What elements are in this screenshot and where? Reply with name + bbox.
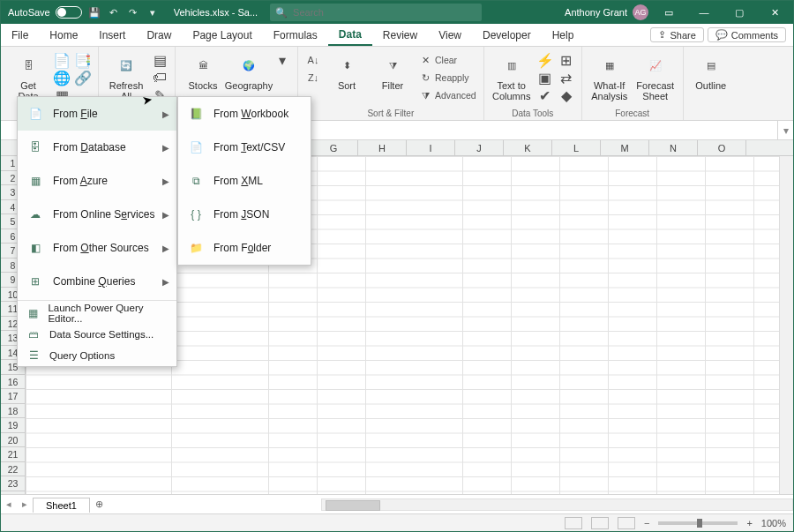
sheet-nav-prev[interactable]: ◂ bbox=[1, 498, 17, 510]
properties-icon[interactable]: 🏷 bbox=[152, 70, 168, 86]
data-type-more-icon[interactable]: ▾ bbox=[274, 52, 290, 68]
menu-item[interactable]: 📄From Text/CSV bbox=[178, 131, 311, 164]
stocks-button[interactable]: 🏛 Stocks bbox=[183, 49, 223, 91]
get-data-button[interactable]: 🗄 Get Data bbox=[8, 49, 49, 101]
whatif-button[interactable]: ▦ What-If Analysis bbox=[589, 49, 630, 101]
chevron-right-icon: ▶ bbox=[162, 244, 169, 253]
zoom-in-icon[interactable]: + bbox=[746, 518, 752, 528]
tab-insert[interactable]: Insert bbox=[88, 24, 136, 46]
clear-filter-button[interactable]: ✕Clear bbox=[418, 52, 476, 68]
reapply-button[interactable]: ↻Reapply bbox=[418, 70, 476, 86]
col-header[interactable]: K bbox=[504, 140, 552, 155]
menu-item[interactable]: 📁From Folder bbox=[178, 231, 311, 265]
menu-item[interactable]: ▦From Azure▶ bbox=[18, 164, 176, 198]
share-button[interactable]: ⇪Share bbox=[650, 27, 703, 42]
menu-item[interactable]: 🗃Data Source Settings... bbox=[18, 324, 176, 345]
col-header[interactable]: N bbox=[649, 140, 698, 155]
outline-button[interactable]: ▤ Outline bbox=[691, 49, 731, 91]
zoom-slider[interactable] bbox=[658, 521, 738, 525]
menu-item[interactable]: { }From JSON bbox=[178, 198, 311, 231]
comments-button[interactable]: 💬Comments bbox=[708, 27, 786, 42]
tab-home[interactable]: Home bbox=[39, 24, 88, 46]
forecast-sheet-button[interactable]: 📈 Forecast Sheet bbox=[635, 49, 676, 101]
col-header[interactable]: G bbox=[310, 140, 358, 155]
autosave-toggle[interactable] bbox=[56, 6, 82, 19]
row-header[interactable]: 20 bbox=[1, 433, 25, 448]
data-model-icon[interactable]: ◆ bbox=[558, 87, 574, 103]
tab-view[interactable]: View bbox=[428, 24, 472, 46]
flash-fill-icon[interactable]: ⚡ bbox=[537, 52, 553, 68]
ribbon-display-icon[interactable]: ▭ bbox=[654, 1, 684, 24]
col-header[interactable]: O bbox=[698, 140, 746, 155]
save-icon[interactable]: 💾 bbox=[87, 5, 101, 19]
user-account[interactable]: Anthony Grant AG bbox=[565, 4, 648, 20]
tab-developer[interactable]: Developer bbox=[472, 24, 542, 46]
maximize-icon[interactable]: ▢ bbox=[724, 1, 754, 24]
zoom-out-icon[interactable]: − bbox=[644, 518, 649, 528]
menu-item[interactable]: ▦Launch Power Query Editor... bbox=[18, 303, 176, 324]
menu-item[interactable]: ◧From Other Sources▶ bbox=[18, 231, 176, 265]
row-header[interactable]: 18 bbox=[1, 404, 25, 419]
menu-item[interactable]: ⊞Combine Queries▶ bbox=[18, 265, 176, 298]
tab-formulas[interactable]: Formulas bbox=[263, 24, 328, 46]
menu-item[interactable]: 📗From Workbook bbox=[178, 97, 311, 131]
search-input[interactable] bbox=[293, 7, 476, 18]
menu-item[interactable]: ☰Query Options bbox=[18, 345, 176, 366]
row-header[interactable]: 21 bbox=[1, 447, 25, 462]
page-layout-view-icon[interactable] bbox=[591, 517, 609, 529]
minimize-icon[interactable]: — bbox=[689, 1, 719, 24]
col-header[interactable]: J bbox=[455, 140, 504, 155]
sort-az-icon[interactable]: A↓ bbox=[305, 52, 321, 68]
menu-item[interactable]: ⧉From XML bbox=[178, 164, 311, 198]
normal-view-icon[interactable] bbox=[565, 517, 582, 529]
redo-icon[interactable]: ↷ bbox=[126, 5, 140, 19]
tab-data[interactable]: Data bbox=[328, 24, 372, 46]
text-to-columns-button[interactable]: ▥ Text to Columns bbox=[491, 49, 532, 101]
row-header[interactable]: 23 bbox=[1, 476, 25, 491]
vertical-scrollbar[interactable] bbox=[779, 156, 793, 494]
row-header[interactable]: 16 bbox=[1, 375, 25, 390]
close-icon[interactable]: ✕ bbox=[760, 1, 790, 24]
txt-icon: 📄 bbox=[187, 139, 205, 156]
geography-button[interactable]: 🌍 Geography bbox=[228, 49, 269, 91]
menu-item[interactable]: 🗄From Database▶ bbox=[18, 131, 176, 164]
sheet-tab[interactable]: Sheet1 bbox=[33, 498, 90, 513]
filter-button[interactable]: ⧩ Filter bbox=[372, 49, 413, 91]
tab-file[interactable]: File bbox=[1, 24, 39, 46]
data-validation-icon[interactable]: ✔ bbox=[537, 87, 553, 103]
formula-expand-icon[interactable]: ▾ bbox=[777, 121, 793, 139]
remove-dup-icon[interactable]: ▣ bbox=[537, 70, 553, 86]
existing-conn-icon[interactable]: 🔗 bbox=[75, 70, 91, 86]
tab-draw[interactable]: Draw bbox=[136, 24, 182, 46]
page-break-view-icon[interactable] bbox=[618, 517, 635, 529]
col-header[interactable]: L bbox=[552, 140, 601, 155]
row-header[interactable]: 19 bbox=[1, 418, 25, 433]
add-sheet-button[interactable]: ⊕ bbox=[90, 498, 109, 510]
queries-icon[interactable]: ▤ bbox=[152, 52, 168, 68]
zoom-level[interactable]: 100% bbox=[761, 518, 786, 528]
menu-item-label: Query Options bbox=[49, 350, 115, 361]
azure-icon: ▦ bbox=[26, 172, 44, 190]
search-box[interactable]: 🔍 bbox=[270, 4, 482, 21]
row-header[interactable]: 22 bbox=[1, 462, 25, 477]
from-web-icon[interactable]: 🌐 bbox=[54, 70, 70, 86]
horizontal-scrollbar[interactable] bbox=[321, 498, 793, 511]
sort-button[interactable]: ⬍ Sort bbox=[326, 49, 367, 91]
qat-dropdown-icon[interactable]: ▾ bbox=[146, 5, 160, 19]
tab-help[interactable]: Help bbox=[542, 24, 585, 46]
tab-review[interactable]: Review bbox=[372, 24, 428, 46]
row-header[interactable]: 17 bbox=[1, 389, 25, 404]
advanced-filter-button[interactable]: ⧩Advanced bbox=[418, 87, 476, 103]
col-header[interactable]: I bbox=[407, 140, 455, 155]
sort-za-icon[interactable]: Z↓ bbox=[305, 70, 321, 86]
recent-sources-icon[interactable]: 📑 bbox=[75, 52, 91, 68]
col-header[interactable]: M bbox=[601, 140, 649, 155]
consolidate-icon[interactable]: ⊞ bbox=[558, 52, 574, 68]
tab-page-layout[interactable]: Page Layout bbox=[182, 24, 262, 46]
menu-item[interactable]: ☁From Online Services▶ bbox=[18, 198, 176, 231]
sheet-nav-next[interactable]: ▸ bbox=[17, 498, 33, 510]
col-header[interactable]: H bbox=[358, 140, 407, 155]
from-text-icon[interactable]: 📄 bbox=[54, 52, 70, 68]
relationships-icon[interactable]: ⇄ bbox=[558, 70, 574, 86]
undo-icon[interactable]: ↶ bbox=[107, 5, 121, 19]
